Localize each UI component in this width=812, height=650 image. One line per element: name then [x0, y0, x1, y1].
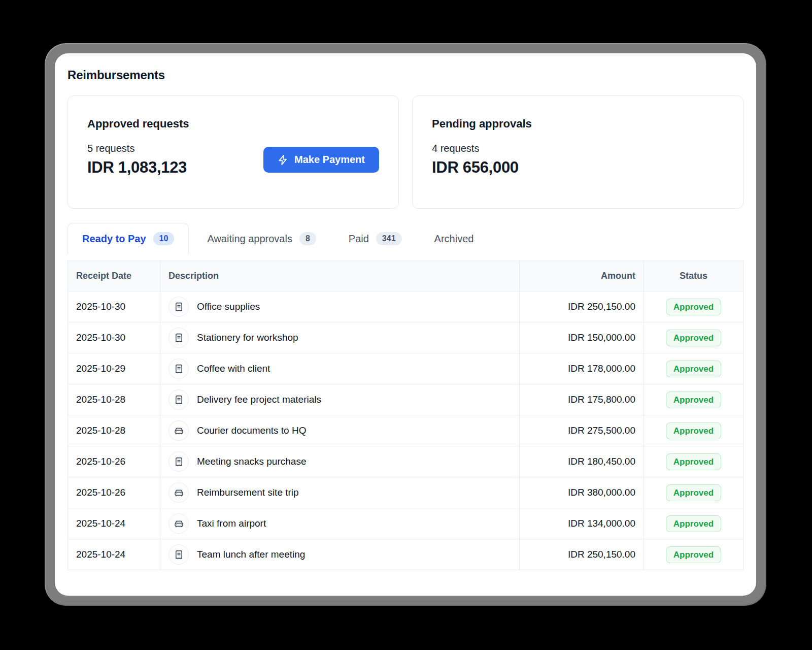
- car-front-icon: [168, 420, 189, 441]
- description-cell: Office supplies: [160, 291, 520, 322]
- status-cell: Approved: [644, 446, 743, 477]
- amount-cell: IDR 178,000.00: [520, 353, 644, 384]
- description-text: Taxi from airport: [197, 518, 266, 529]
- tab-awaiting-approvals[interactable]: Awaiting approvals8: [193, 223, 330, 254]
- card-title: Pending approvals: [432, 117, 724, 131]
- receipt-date-cell: 2025-10-28: [68, 415, 160, 446]
- approved-requests-card: Approved requests 5 requests IDR 1,083,1…: [67, 95, 399, 209]
- status-cell: Approved: [644, 477, 743, 508]
- receipt-icon: [168, 544, 189, 565]
- table-row[interactable]: 2025-10-30 Office suppliesIDR 250,150.00…: [68, 291, 743, 322]
- card-figures: 4 requests IDR 656,000: [432, 143, 519, 177]
- status-badge: Approved: [666, 361, 721, 377]
- receipt-date-cell: 2025-10-29: [68, 353, 160, 384]
- status-cell: Approved: [644, 415, 743, 446]
- tab-label: Awaiting approvals: [207, 233, 292, 245]
- tabs: Ready to Pay10Awaiting approvals8Paid341…: [67, 223, 743, 254]
- request-count: 5 requests: [87, 143, 187, 154]
- description-text: Stationery for workshop: [197, 332, 298, 343]
- table-row[interactable]: 2025-10-24 Team lunch after meetingIDR 2…: [68, 539, 743, 570]
- table-row[interactable]: 2025-10-30 Stationery for workshopIDR 15…: [68, 322, 743, 353]
- description-text: Meeting snacks purchase: [197, 456, 306, 467]
- card-figures: 5 requests IDR 1,083,123: [87, 143, 187, 177]
- make-payment-label: Make Payment: [294, 154, 365, 166]
- description-cell: Stationery for workshop: [160, 322, 520, 353]
- receipt-date-cell: 2025-10-24: [68, 539, 160, 570]
- receipt-date-cell: 2025-10-26: [68, 446, 160, 477]
- amount-cell: IDR 250,150.00: [520, 291, 644, 322]
- status-cell: Approved: [644, 508, 743, 539]
- page-title: Reimbursements: [67, 68, 743, 82]
- table-row[interactable]: 2025-10-28 Courier documents to HQIDR 27…: [68, 415, 743, 446]
- column-header-status: Status: [644, 261, 743, 291]
- request-count: 4 requests: [432, 143, 519, 154]
- amount-cell: IDR 175,800.00: [520, 384, 644, 415]
- receipt-date-cell: 2025-10-24: [68, 508, 160, 539]
- tab-label: Paid: [349, 233, 369, 245]
- table-body: 2025-10-30 Office suppliesIDR 250,150.00…: [68, 291, 743, 570]
- make-payment-button[interactable]: Make Payment: [263, 147, 379, 173]
- description-cell: Team lunch after meeting: [160, 539, 520, 570]
- reimbursements-table: Receipt Date Description Amount Status 2…: [67, 261, 743, 570]
- table-row[interactable]: 2025-10-24 Taxi from airportIDR 134,000.…: [68, 508, 743, 539]
- description-text: Delivery fee project materials: [197, 394, 321, 405]
- receipt-date-cell: 2025-10-28: [68, 384, 160, 415]
- tab-count-badge: 8: [299, 232, 316, 245]
- description-text: Team lunch after meeting: [197, 549, 305, 560]
- description-cell: Reimbursement site trip: [160, 477, 520, 508]
- table-row[interactable]: 2025-10-28 Delivery fee project material…: [68, 384, 743, 415]
- tab-archived[interactable]: Archived: [420, 223, 488, 254]
- tab-label: Ready to Pay: [82, 233, 146, 245]
- receipt-icon: [168, 359, 189, 379]
- amount-cell: IDR 134,000.00: [520, 508, 644, 539]
- status-badge: Approved: [666, 546, 721, 563]
- pending-approvals-card: Pending approvals 4 requests IDR 656,000: [412, 95, 743, 209]
- status-badge: Approved: [666, 453, 721, 470]
- summary-cards: Approved requests 5 requests IDR 1,083,1…: [67, 95, 743, 209]
- receipt-icon: [168, 328, 189, 348]
- status-cell: Approved: [644, 539, 743, 570]
- status-badge: Approved: [666, 299, 721, 315]
- device-frame: Reimbursements Approved requests 5 reque…: [45, 43, 766, 606]
- car-front-icon: [168, 482, 189, 503]
- amount-cell: IDR 380,000.00: [520, 477, 644, 508]
- status-badge: Approved: [666, 392, 721, 408]
- amount-cell: IDR 250,150.00: [520, 539, 644, 570]
- description-cell: Courier documents to HQ: [160, 415, 520, 446]
- receipt-date-cell: 2025-10-30: [68, 291, 160, 322]
- description-text: Coffee with client: [197, 363, 270, 374]
- description-cell: Taxi from airport: [160, 508, 520, 539]
- amount-cell: IDR 150,000.00: [520, 322, 644, 353]
- table-row[interactable]: 2025-10-26 Reimbursement site tripIDR 38…: [68, 477, 743, 508]
- total-amount: IDR 656,000: [432, 158, 519, 177]
- status-badge: Approved: [666, 515, 721, 532]
- amount-cell: IDR 180,450.00: [520, 446, 644, 477]
- receipt-date-cell: 2025-10-26: [68, 477, 160, 508]
- status-cell: Approved: [644, 291, 743, 322]
- receipt-date-cell: 2025-10-30: [68, 322, 160, 353]
- amount-cell: IDR 275,500.00: [520, 415, 644, 446]
- tab-label: Archived: [434, 233, 474, 245]
- description-cell: Coffee with client: [160, 353, 520, 384]
- app-window: Reimbursements Approved requests 5 reque…: [55, 53, 756, 596]
- tab-paid[interactable]: Paid341: [334, 223, 416, 254]
- card-title: Approved requests: [87, 117, 379, 131]
- status-cell: Approved: [644, 322, 743, 353]
- tab-ready-to-pay[interactable]: Ready to Pay10: [67, 223, 189, 254]
- column-header-amount: Amount: [520, 261, 644, 291]
- status-badge: Approved: [666, 422, 721, 439]
- zap-icon: [278, 154, 289, 166]
- table-header-row: Receipt Date Description Amount Status: [68, 261, 743, 291]
- description-text: Office supplies: [197, 301, 260, 312]
- status-cell: Approved: [644, 353, 743, 384]
- status-badge: Approved: [666, 484, 721, 501]
- tab-count-badge: 341: [376, 232, 402, 245]
- table-row[interactable]: 2025-10-26 Meeting snacks purchaseIDR 18…: [68, 446, 743, 477]
- status-cell: Approved: [644, 384, 743, 415]
- tab-count-badge: 10: [153, 232, 175, 245]
- receipt-icon: [168, 389, 189, 410]
- car-front-icon: [168, 513, 189, 534]
- column-header-receipt-date: Receipt Date: [68, 261, 160, 291]
- receipt-icon: [168, 451, 189, 472]
- table-row[interactable]: 2025-10-29 Coffee with clientIDR 178,000…: [68, 353, 743, 384]
